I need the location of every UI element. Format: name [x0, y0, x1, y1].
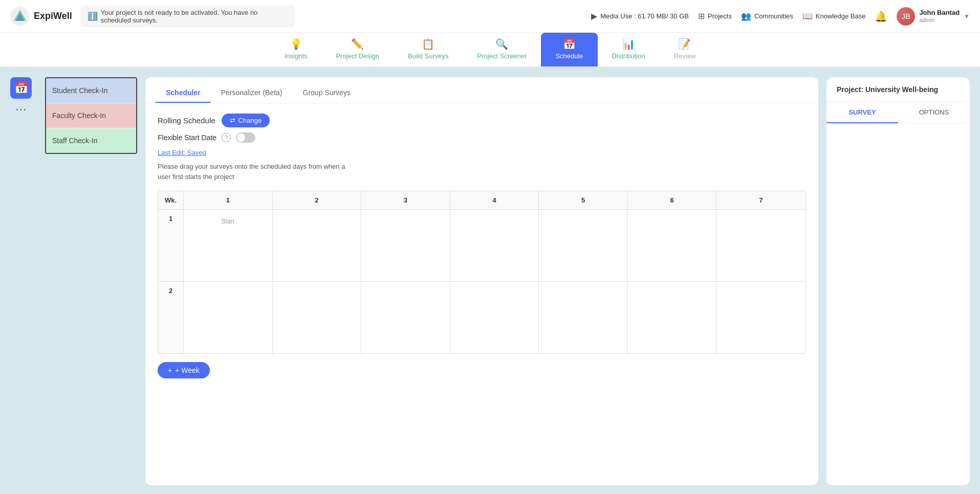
grid-day-1-7[interactable] [716, 210, 805, 281]
grid-header-3: 3 [361, 191, 450, 209]
chevron-down-icon: ▼ [964, 13, 970, 20]
change-button[interactable]: ⇄ Change [222, 114, 270, 127]
grid-day-2-6[interactable] [628, 282, 717, 353]
grid-week-1: 1 [158, 210, 184, 281]
communities-icon: 👥 [741, 11, 751, 21]
grid-header-1: 1 [184, 191, 273, 209]
tab-insights[interactable]: 💡 Insights [270, 33, 322, 66]
projects-link[interactable]: ⊞ Projects [698, 11, 732, 21]
knowledge-base-link[interactable]: 📖 Knowledge Base [802, 11, 866, 21]
distribution-icon: 📊 [622, 38, 635, 50]
avatar: JB [897, 7, 915, 26]
insights-icon: 💡 [290, 38, 302, 50]
knowledge-base-icon: 📖 [802, 11, 813, 21]
build-surveys-icon: 📋 [422, 38, 434, 50]
tab-schedule-label: Schedule [555, 52, 583, 60]
grid-container: ⇒ Wk. 1 2 3 4 5 6 7 [158, 191, 806, 354]
user-menu[interactable]: JB John Bantad admin ▼ [897, 7, 970, 26]
sub-tabs: Scheduler Personalizer (Beta) Group Surv… [145, 77, 818, 103]
grid-day-1-2[interactable] [273, 210, 362, 281]
main-content: 📅 ⋯ Student Check-In Faculty Check-In St… [0, 67, 980, 494]
warning-banner: ℹ️ Your project is not ready to be activ… [80, 6, 295, 27]
tab-review-label: Review [674, 52, 696, 60]
survey-item-student[interactable]: Student Check-In [46, 78, 136, 103]
grid-day-1-1[interactable]: Start [184, 210, 273, 281]
grid-header-5: 5 [539, 191, 628, 209]
user-name: John Bantad [919, 9, 960, 17]
left-sidebar: 📅 ⋯ [10, 77, 37, 485]
project-screener-icon: 🔍 [495, 38, 508, 50]
media-icon: ▶ [591, 11, 597, 21]
media-use-text: Media Use : 61.70 MB/ 30 GB [600, 12, 689, 20]
tab-review[interactable]: 📝 Review [660, 33, 710, 66]
grid-day-2-7[interactable] [716, 282, 805, 353]
grid-header-7: 7 [716, 191, 805, 209]
logo-area: ExpiWell [10, 7, 72, 26]
tab-project-screener-label: Project Screener [477, 52, 527, 60]
grid-day-2-3[interactable] [361, 282, 450, 353]
tab-schedule[interactable]: 📅 Schedule [541, 33, 597, 66]
right-panel-title: Project: University Well-being [826, 77, 970, 102]
logo-text: ExpiWell [34, 11, 72, 21]
tab-project-design[interactable]: ✏️ Project Design [322, 33, 394, 66]
tab-project-screener[interactable]: 🔍 Project Screener [463, 33, 541, 66]
grid-week-2: 2 [158, 282, 184, 353]
flexible-start-toggle[interactable] [236, 132, 255, 143]
survey-list-panel: Student Check-In Faculty Check-In Staff … [45, 77, 137, 485]
sub-tab-personalizer[interactable]: Personalizer (Beta) [211, 83, 293, 103]
change-icon: ⇄ [230, 117, 235, 124]
nav-tabs: 💡 Insights ✏️ Project Design 📋 Build Sur… [0, 33, 980, 67]
right-tab-options[interactable]: OPTIONS [898, 102, 970, 123]
last-edit-label[interactable]: Last Edit: Saved [158, 149, 806, 156]
grid-day-1-6[interactable] [628, 210, 717, 281]
tab-insights-label: Insights [285, 52, 308, 60]
notification-button[interactable]: 🔔 [875, 10, 887, 23]
calendar-sidebar-btn[interactable]: 📅 [10, 77, 32, 99]
topbar-right: ▶ Media Use : 61.70 MB/ 30 GB ⊞ Projects… [591, 7, 970, 26]
grid-header-wk: Wk. [158, 191, 184, 209]
communities-link[interactable]: 👥 Communities [741, 11, 793, 21]
project-design-icon: ✏️ [351, 38, 364, 50]
topbar: ExpiWell ℹ️ Your project is not ready to… [0, 0, 980, 33]
schedule-header: Rolling Schedule ⇄ Change [158, 114, 806, 127]
grid-row-1: 1 Start [158, 210, 805, 282]
add-week-button[interactable]: + + Week [158, 362, 210, 378]
right-tab-survey[interactable]: SURVEY [826, 102, 898, 123]
right-panel-tabs: SURVEY OPTIONS [826, 102, 970, 124]
projects-icon: ⊞ [698, 11, 705, 21]
sub-tab-group-surveys[interactable]: Group Surveys [293, 83, 361, 103]
tab-build-surveys[interactable]: 📋 Build Surveys [394, 33, 463, 66]
drag-instruction: Please drag your surveys onto the schedu… [158, 162, 352, 182]
grid-day-1-5[interactable] [539, 210, 628, 281]
scheduler-content: Rolling Schedule ⇄ Change Flexible Start… [145, 103, 818, 485]
grid-day-2-5[interactable] [539, 282, 628, 353]
survey-list-box: Student Check-In Faculty Check-In Staff … [45, 77, 137, 154]
grid-day-2-2[interactable] [273, 282, 362, 353]
media-use-link[interactable]: ▶ Media Use : 61.70 MB/ 30 GB [591, 11, 689, 21]
grid-day-2-4[interactable] [450, 282, 539, 353]
grid-day-1-4[interactable] [450, 210, 539, 281]
grid-header-4: 4 [450, 191, 539, 209]
arrow-indicator: ⇒ [145, 293, 146, 312]
communities-text: Communities [754, 12, 793, 20]
help-icon[interactable]: ? [222, 133, 231, 142]
info-icon: ℹ️ [88, 11, 98, 21]
sub-tab-scheduler[interactable]: Scheduler [156, 83, 211, 103]
tab-distribution[interactable]: 📊 Distribution [598, 33, 660, 66]
tab-project-design-label: Project Design [336, 52, 380, 60]
grid-header-2: 2 [273, 191, 362, 209]
plus-icon: + [168, 366, 172, 374]
grid-day-2-1[interactable] [184, 282, 273, 353]
warning-text: Your project is not ready to be activate… [101, 9, 288, 24]
tab-build-surveys-label: Build Surveys [408, 52, 448, 60]
expiwell-logo [10, 7, 30, 26]
user-role: admin [919, 17, 960, 24]
survey-item-staff[interactable]: Staff Check-In [46, 128, 136, 153]
schedule-icon: 📅 [563, 38, 576, 50]
grid-header-6: 6 [628, 191, 717, 209]
schedule-grid: Wk. 1 2 3 4 5 6 7 1 Start [158, 191, 806, 354]
network-sidebar-btn[interactable]: ⋯ [10, 99, 32, 120]
survey-item-faculty[interactable]: Faculty Check-In [46, 103, 136, 128]
grid-day-1-3[interactable] [361, 210, 450, 281]
flexible-start-row: Flexible Start Date ? [158, 132, 806, 143]
